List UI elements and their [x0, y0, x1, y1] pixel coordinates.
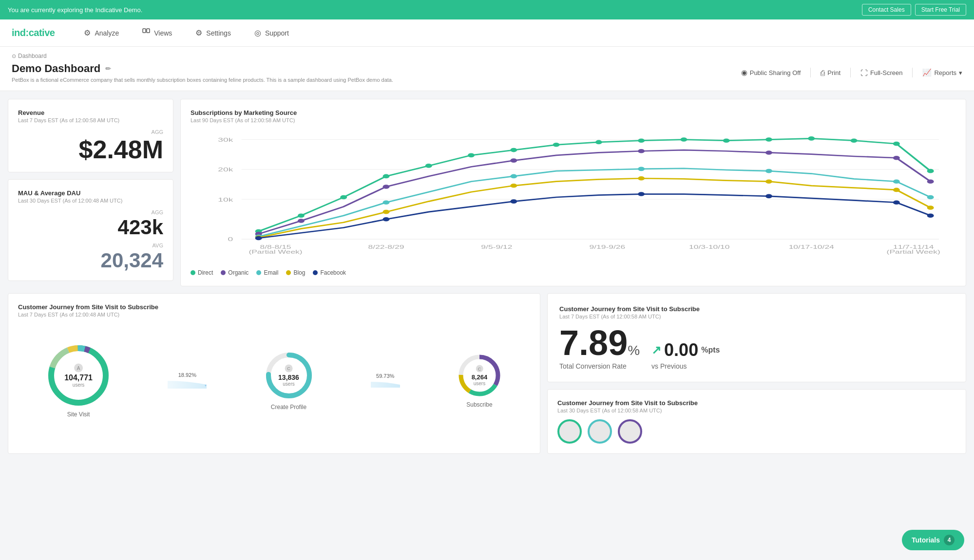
mau-subtitle: Last 30 Days EST (As of 12:00:48 AM UTC) [18, 198, 163, 204]
divider-3 [912, 68, 913, 77]
conversion-pct: % [628, 343, 640, 358]
right-column: Customer Journey from Site Visit to Subs… [547, 293, 966, 454]
funnel-arrow-2: 59.73% [371, 373, 400, 389]
svg-point-38 [382, 185, 389, 189]
arrow1-svg [168, 380, 207, 390]
svg-point-52 [382, 210, 389, 214]
public-sharing-label: Public Sharing Off [750, 69, 801, 76]
blog-dot [286, 270, 291, 275]
svg-point-33 [851, 138, 858, 143]
vs-value: 0.00 [664, 340, 698, 360]
conversion-value: 7.89 [559, 323, 628, 362]
public-sharing-icon: ◉ [741, 68, 747, 77]
svg-text:20k: 20k [218, 167, 233, 173]
svg-point-35 [927, 169, 934, 173]
blog-label: Blog [293, 269, 305, 276]
vs-unit: %pts [701, 346, 720, 355]
subscriptions-svg: 30k 20k 10k 0 8/8-8/15 (Partial Week) 8/… [191, 129, 956, 265]
nav-settings[interactable]: ⚙ Settings [195, 19, 231, 47]
svg-point-40 [638, 149, 645, 153]
svg-text:(Partial Week): (Partial Week) [248, 249, 302, 255]
vs-arrow-icon: ↗ [651, 343, 661, 357]
facebook-dot [313, 270, 318, 275]
svg-rect-0 [143, 29, 146, 33]
fullscreen-action[interactable]: ⛶ Full-Screen [860, 69, 902, 77]
svg-point-53 [510, 184, 517, 188]
revenue-card: Revenue Last 7 Days EST (As of 12:00:58 … [8, 99, 173, 172]
funnel-step-subscribe: C 8,264 users Subscribe [458, 354, 501, 408]
svg-point-34 [893, 142, 900, 146]
divider-2 [850, 68, 851, 77]
facebook-label: Facebook [320, 269, 346, 276]
svg-point-30 [723, 138, 730, 143]
reports-icon: 📈 [922, 68, 932, 77]
contact-sales-button[interactable]: Contact Sales [862, 4, 911, 16]
conversion-2: 59.73% [376, 373, 394, 379]
nav-support-label: Support [265, 29, 289, 37]
conversion-rate-2-subtitle: Last 30 Days EST (As of 12:00:58 AM UTC) [557, 408, 956, 413]
svg-point-49 [893, 179, 900, 184]
chart-legend: Direct Organic Email Blog Facebook [191, 269, 956, 276]
mini-circle-1 [557, 419, 582, 444]
divider-1 [810, 68, 811, 77]
settings-icon: ⚙ [195, 28, 202, 37]
svg-point-39 [510, 158, 517, 163]
breadcrumb: ⊙ Dashboard [12, 53, 962, 59]
svg-rect-1 [147, 29, 150, 33]
top-row: Revenue Last 7 Days EST (As of 12:00:58 … [8, 99, 966, 286]
svg-point-20 [298, 213, 305, 218]
print-icon: ⎙ [821, 69, 825, 77]
svg-text:9/5-9/12: 9/5-9/12 [481, 244, 512, 250]
funnel-arrow-1: 18.92% [168, 372, 207, 390]
breadcrumb-label: Dashboard [18, 53, 47, 59]
svg-point-32 [808, 136, 815, 141]
step1-value: 104,771 [64, 373, 93, 382]
svg-point-23 [425, 164, 432, 168]
conversion-rate-card: Customer Journey from Site Visit to Subs… [547, 293, 966, 382]
step2-label: Create Profile [271, 404, 306, 411]
demo-banner-buttons: Contact Sales Start Free Trial [862, 4, 966, 16]
svg-point-25 [510, 148, 517, 152]
demo-banner-text: You are currently exploring the Indicati… [8, 6, 142, 14]
nav-views[interactable]: Views [142, 19, 172, 47]
start-trial-button[interactable]: Start Free Trial [915, 4, 966, 16]
svg-point-54 [638, 176, 645, 181]
nav-support[interactable]: ◎ Support [254, 19, 289, 47]
step3-sub: users [472, 381, 488, 386]
svg-point-50 [927, 195, 934, 200]
conversion-rate-2-title: Customer Journey from Site Visit to Subs… [557, 399, 956, 407]
subscriptions-chart-subtitle: Last 90 Days EST (As of 12:00:58 AM UTC) [191, 117, 956, 123]
svg-point-21 [340, 195, 347, 200]
logo[interactable]: ind:cative [12, 27, 55, 38]
nav-analyze-label: Analyze [95, 29, 119, 37]
svg-point-28 [638, 138, 645, 143]
mini-circle-2 [588, 419, 612, 444]
legend-email: Email [256, 269, 278, 276]
reports-action[interactable]: 📈 Reports ▾ [922, 68, 962, 77]
conversion-label: Total Conversion Rate [559, 362, 640, 370]
views-icon [142, 28, 150, 38]
main-nav: ind:cative ⚙ Analyze Views ⚙ Settings ◎ … [0, 19, 974, 47]
funnel-step-site-visit: A 104,771 users Site Visit [47, 344, 110, 418]
svg-point-62 [765, 194, 772, 199]
svg-point-60 [510, 199, 517, 204]
analyze-icon: ⚙ [84, 28, 91, 37]
subscriptions-chart-card: Subscriptions by Marketing Source Last 9… [180, 99, 966, 286]
step3-value: 8,264 [472, 373, 488, 381]
edit-title-icon[interactable]: ✏ [105, 65, 111, 73]
metric-column: Revenue Last 7 Days EST (As of 12:00:58 … [8, 99, 173, 286]
legend-organic: Organic [221, 269, 248, 276]
svg-point-61 [638, 192, 645, 196]
svg-point-58 [255, 236, 262, 241]
svg-point-59 [382, 217, 389, 222]
svg-text:8/22-8/29: 8/22-8/29 [368, 244, 404, 250]
reports-label: Reports [934, 69, 956, 76]
nav-analyze[interactable]: ⚙ Analyze [84, 19, 119, 47]
public-sharing-action[interactable]: ◉ Public Sharing Off [741, 68, 801, 77]
print-action[interactable]: ⎙ Print [821, 69, 840, 77]
dau-value: 20,324 [18, 250, 163, 271]
svg-point-43 [927, 179, 934, 184]
conversion-main: 7.89% Total Conversion Rate ↗ 0.00 %pts … [559, 325, 954, 370]
organic-dot [221, 270, 226, 275]
vs-previous: ↗ 0.00 %pts vs Previous [651, 340, 720, 370]
